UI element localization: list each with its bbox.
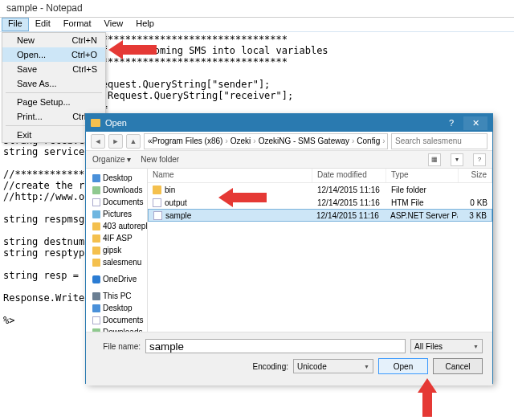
col-name[interactable]: Name <box>148 169 312 182</box>
nav-item[interactable]: Desktop <box>86 172 147 184</box>
nav-item[interactable]: Downloads <box>86 184 147 196</box>
folder-icon <box>153 186 161 194</box>
col-type[interactable]: Type <box>386 169 459 182</box>
nav-item[interactable]: Desktop <box>86 302 147 314</box>
menu-view[interactable]: View <box>98 18 130 31</box>
nav-item-thispc[interactable]: This PC <box>86 290 147 302</box>
dialog-title: Open <box>105 118 127 128</box>
nav-item[interactable]: salesmenu <box>86 256 147 268</box>
open-dialog: Open ? ✕ ◄ ► ▲ « Program Files (x86)› Oz… <box>85 113 493 384</box>
menubar: File Edit Format View Help <box>0 18 514 32</box>
organize-button[interactable]: Organize ▾ <box>92 155 131 164</box>
menu-item-open[interactable]: Open...Ctrl+O <box>2 47 105 62</box>
close-button[interactable]: ✕ <box>463 116 487 130</box>
nav-fwd-button[interactable]: ► <box>108 134 123 149</box>
window-title: sample - Notepad <box>6 2 83 14</box>
col-date[interactable]: Date modified <box>312 169 386 182</box>
nav-up-button[interactable]: ▲ <box>126 134 141 149</box>
view-menu-button[interactable]: ▾ <box>451 153 463 166</box>
nav-item[interactable]: Downloads <box>86 326 147 332</box>
encoding-label: Encoding: <box>253 362 288 371</box>
nav-item[interactable]: Documents <box>86 314 147 326</box>
nav-back-button[interactable]: ◄ <box>91 134 105 149</box>
menu-edit[interactable]: Edit <box>29 18 57 31</box>
nav-item[interactable]: 403 autoreply <box>86 220 147 232</box>
nav-item-onedrive[interactable]: OneDrive <box>86 273 147 285</box>
nav-item[interactable]: gipsk <box>86 244 147 256</box>
search-input[interactable] <box>391 133 487 149</box>
new-folder-button[interactable]: New folder <box>141 155 179 164</box>
file-icon <box>153 198 161 207</box>
filename-label: File name: <box>96 342 141 351</box>
dialog-titlebar: Open ? ✕ <box>86 114 492 132</box>
file-row[interactable]: output 12/14/2015 11:16 HTM File 0 KB <box>148 196 492 209</box>
menu-item-save[interactable]: SaveCtrl+S <box>2 62 105 76</box>
nav-item[interactable]: Documents <box>86 196 147 208</box>
window-titlebar: sample - Notepad <box>0 0 514 18</box>
dialog-bottom-panel: File name: All Files▼ Encoding: Unicode▼… <box>86 332 492 385</box>
file-list-pane: Name Date modified Type Size bin 12/14/2… <box>148 169 492 332</box>
help-icon[interactable]: ? <box>473 153 486 166</box>
view-button[interactable]: ▦ <box>428 153 441 166</box>
encoding-select[interactable]: Unicode▼ <box>293 359 373 373</box>
folder-icon <box>91 119 100 127</box>
annotation-arrow <box>218 188 267 207</box>
annotation-arrow <box>418 378 437 417</box>
cancel-button[interactable]: Cancel <box>433 358 483 374</box>
annotation-arrow <box>108 40 157 59</box>
filename-input[interactable] <box>145 339 406 353</box>
file-row[interactable]: bin 12/14/2015 11:16 File folder <box>148 183 492 196</box>
col-size[interactable]: Size <box>459 169 492 182</box>
nav-item[interactable]: Pictures <box>86 208 147 220</box>
file-icon <box>153 211 162 220</box>
help-button[interactable]: ? <box>439 116 463 129</box>
menu-file[interactable]: File <box>2 18 29 31</box>
navigation-pane: Desktop Downloads Documents Pictures 403… <box>86 169 148 332</box>
file-row-selected[interactable]: sample 12/14/2015 11:16 ASP.NET Server P… <box>148 209 492 222</box>
divider <box>6 92 102 93</box>
menu-item-new[interactable]: NewCtrl+N <box>2 33 105 47</box>
column-headers[interactable]: Name Date modified Type Size <box>148 169 492 183</box>
menu-item-saveas[interactable]: Save As... <box>2 76 105 91</box>
menu-format[interactable]: Format <box>57 18 98 31</box>
nav-item[interactable]: 4IF ASP <box>86 232 147 244</box>
open-button[interactable]: Open <box>378 358 428 374</box>
dialog-toolbar: Organize ▾ New folder ▦ ▾ ? <box>86 151 492 169</box>
address-bar-row: ◄ ► ▲ « Program Files (x86)› Ozeki› Ozek… <box>86 132 492 151</box>
breadcrumb-bar[interactable]: « Program Files (x86)› Ozeki› OzekiNG - … <box>144 133 388 149</box>
filetype-filter[interactable]: All Files▼ <box>410 339 483 353</box>
menu-item-pagesetup[interactable]: Page Setup... <box>2 95 105 109</box>
menu-help[interactable]: Help <box>129 18 161 31</box>
